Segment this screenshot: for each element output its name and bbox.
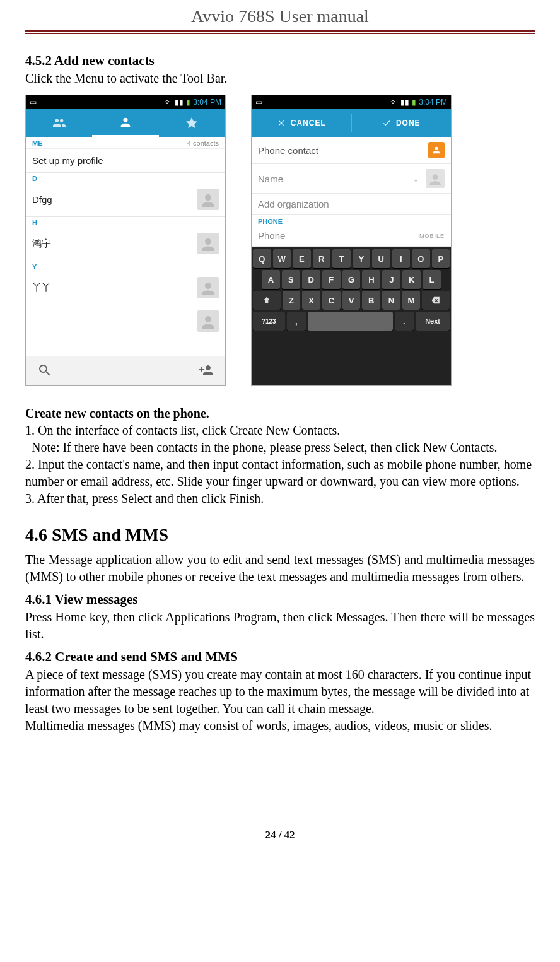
screenshots-row: ▭ ᯤ ▮▮ ▮ 3:04 PM <box>25 95 535 386</box>
key-f[interactable]: F <box>322 270 341 289</box>
contact-row-d[interactable]: Dfgg <box>26 182 225 217</box>
key-j[interactable]: J <box>382 270 400 289</box>
status-time: 3:04 PM <box>419 98 447 107</box>
chevron-down-icon[interactable]: ⌄ <box>412 174 419 184</box>
key-t[interactable]: T <box>332 249 351 268</box>
section-h: H <box>26 217 225 226</box>
key-l[interactable]: L <box>423 270 441 289</box>
next-key[interactable]: Next <box>416 312 450 331</box>
create-contacts-step1: 1. On the interface of contacts list, cl… <box>25 422 535 439</box>
page-header: Avvio 768S User manual <box>25 0 535 30</box>
key-z[interactable]: Z <box>283 291 301 310</box>
backspace-icon <box>430 296 441 305</box>
avatar-placeholder <box>197 277 219 298</box>
space-key[interactable] <box>308 312 393 331</box>
battery-icon: ▮ <box>412 98 416 107</box>
status-bar: ▭ ᯤ ▮▮ ▮ 3:04 PM <box>26 95 225 109</box>
org-placeholder: Add organization <box>258 199 329 209</box>
wifi-icon: ᯤ <box>390 98 398 107</box>
contact-row-empty <box>26 305 225 337</box>
comma-key[interactable]: , <box>287 312 306 331</box>
search-button[interactable] <box>37 363 52 380</box>
name-field[interactable]: Name ⌄ <box>252 164 451 194</box>
name-placeholder: Name <box>258 173 283 184</box>
add-contact-button[interactable] <box>199 363 214 380</box>
keyboard: QWERTYUIOP ASDFGHJKL ZXCVBNM ?123 , . <box>252 247 451 385</box>
key-k[interactable]: K <box>402 270 421 289</box>
me-label: ME <box>32 139 43 147</box>
header-title-suffix: User manual <box>275 6 369 26</box>
done-button[interactable]: DONE <box>352 109 452 137</box>
organization-field[interactable]: Add organization <box>252 194 451 215</box>
para-462a: A piece of text message (SMS) you create… <box>25 666 535 717</box>
key-a[interactable]: A <box>262 270 280 289</box>
key-v[interactable]: V <box>342 291 361 310</box>
tab-favorites[interactable] <box>159 109 225 137</box>
backspace-key[interactable] <box>422 291 450 310</box>
section-y: Y <box>26 261 225 271</box>
key-i[interactable]: I <box>392 249 411 268</box>
key-p[interactable]: P <box>432 249 450 268</box>
key-c[interactable]: C <box>322 291 341 310</box>
heading-461: 4.6.1 View messages <box>25 592 535 607</box>
key-e[interactable]: E <box>293 249 311 268</box>
shift-icon <box>262 296 271 305</box>
key-d[interactable]: D <box>302 270 320 289</box>
tab-groups[interactable] <box>26 109 92 137</box>
key-m[interactable]: M <box>402 291 421 310</box>
shift-key[interactable] <box>253 291 281 310</box>
phone-placeholder: Phone <box>258 230 285 241</box>
contact-form: Phone contact Name ⌄ Add organization PH… <box>252 137 451 247</box>
done-label: DONE <box>396 119 421 127</box>
top-actions: CANCEL DONE <box>252 109 451 137</box>
battery-icon: ▮ <box>186 98 190 107</box>
sim-icon <box>428 142 445 158</box>
tab-all-contacts[interactable] <box>92 109 158 137</box>
key-q[interactable]: Q <box>253 249 271 268</box>
status-time: 3:04 PM <box>193 98 221 107</box>
key-o[interactable]: O <box>412 249 430 268</box>
section-me: ME 4 contacts <box>26 137 225 149</box>
screenshot-new-contact: ▭ ᯤ ▮▮ ▮ 3:04 PM CANCEL DONE <box>251 95 452 386</box>
create-contacts-heading: Create new contacts on the phone. <box>25 405 535 422</box>
contact-row-h[interactable]: 鸿宇 <box>26 226 225 261</box>
account-label: Phone contact <box>258 145 318 156</box>
signal-icon: ▮▮ <box>175 98 184 107</box>
star-icon <box>185 116 199 130</box>
wifi-icon: ᯤ <box>165 98 172 107</box>
key-b[interactable]: B <box>362 291 380 310</box>
row-setup-profile[interactable]: Set up my profile <box>26 149 225 173</box>
key-y[interactable]: Y <box>353 249 371 268</box>
key-w[interactable]: W <box>273 249 291 268</box>
group-icon <box>52 116 66 130</box>
para-46: The Message application allow you to edi… <box>25 551 535 585</box>
contact-name: 丫丫 <box>32 282 51 294</box>
para-461: Press Home key, then click Applications … <box>25 609 535 643</box>
heading-452: 4.5.2 Add new contacts <box>25 53 535 69</box>
key-s[interactable]: S <box>282 270 300 289</box>
home-indicator-icon: ▭ <box>30 98 37 107</box>
phone-type: MOBILE <box>419 233 445 239</box>
person-icon <box>119 115 132 129</box>
key-r[interactable]: R <box>313 249 331 268</box>
cancel-button[interactable]: CANCEL <box>252 109 351 137</box>
symbols-key[interactable]: ?123 <box>253 312 285 331</box>
check-icon <box>382 119 391 127</box>
contacts-count: 4 contacts <box>187 139 219 147</box>
section-d: D <box>26 173 225 182</box>
key-h[interactable]: H <box>362 270 380 289</box>
contact-row-y[interactable]: 丫丫 <box>26 271 225 305</box>
phone-field[interactable]: Phone MOBILE <box>252 225 451 247</box>
account-row[interactable]: Phone contact <box>252 137 451 164</box>
period-key[interactable]: . <box>395 312 414 331</box>
create-contacts-note: Note: If there have been contacts in the… <box>25 439 535 456</box>
photo-placeholder[interactable] <box>426 169 445 188</box>
key-n[interactable]: N <box>382 291 400 310</box>
key-u[interactable]: U <box>372 249 390 268</box>
key-g[interactable]: G <box>342 270 361 289</box>
key-x[interactable]: X <box>302 291 320 310</box>
create-contacts-step3: 3. After that, press Select and then cli… <box>25 490 535 507</box>
para-462b: Multimedia messages (MMS) may consist of… <box>25 717 535 734</box>
heading-46: 4.6 SMS and MMS <box>25 525 535 545</box>
signal-icon: ▮▮ <box>400 98 409 107</box>
